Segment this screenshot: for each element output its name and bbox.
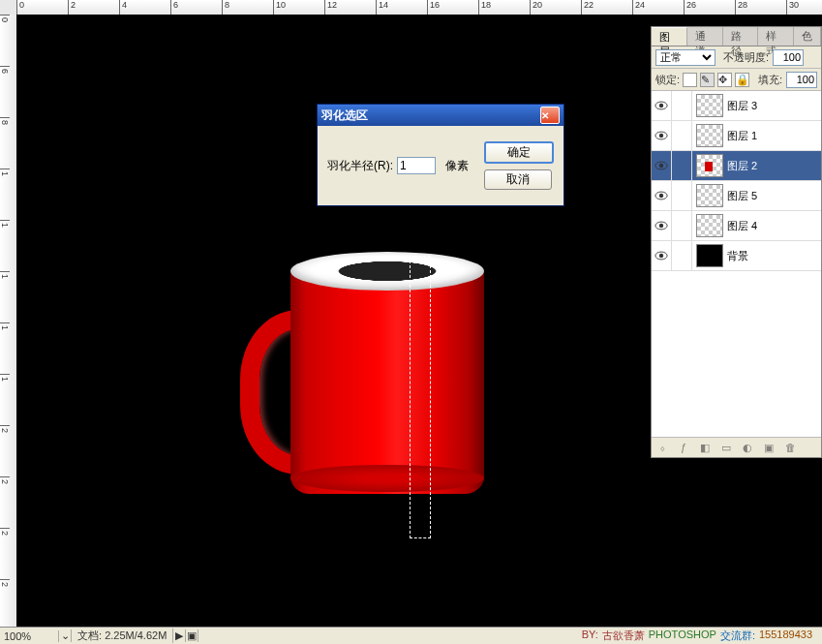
credit-text: BY: 古欲香萧 PHOTOSHOP 交流群: 155189433 — [582, 629, 822, 643]
layer-name[interactable]: 图层 2 — [727, 159, 821, 173]
layer-row[interactable]: 图层 5 — [652, 181, 821, 211]
adjustment-layer-icon[interactable]: ◐ — [741, 441, 754, 454]
dialog-titlebar[interactable]: 羽化选区 ✕ — [318, 105, 563, 126]
fill-input[interactable] — [786, 72, 817, 88]
doc-size[interactable]: 文档: 2.25M/4.62M — [72, 629, 173, 643]
svg-point-11 — [659, 254, 663, 258]
layer-thumbnail[interactable] — [696, 94, 723, 117]
lock-pixels-icon[interactable]: ✎ — [700, 73, 715, 87]
link-cell[interactable] — [672, 181, 692, 210]
credit-group: 交流群: — [720, 629, 755, 643]
vertical-ruler[interactable]: 068111112222 — [0, 15, 17, 628]
new-layer-icon[interactable]: ▣ — [762, 441, 776, 454]
visibility-toggle[interactable] — [652, 181, 672, 210]
dialog-close-button[interactable]: ✕ — [540, 107, 560, 124]
visibility-toggle[interactable] — [652, 241, 672, 270]
mug-bottom — [290, 465, 484, 492]
layer-name[interactable]: 图层 5 — [727, 189, 821, 203]
link-cell[interactable] — [672, 211, 692, 240]
selection-marquee[interactable] — [410, 256, 431, 538]
ruler-tick: 1 — [0, 322, 10, 374]
ruler-tick: 24 — [632, 0, 684, 15]
mug-rim — [290, 252, 484, 291]
layer-row[interactable]: 图层 2 — [652, 151, 821, 181]
visibility-toggle[interactable] — [652, 211, 672, 240]
lock-all-icon[interactable]: 🔒 — [735, 73, 749, 87]
lock-transparency-icon[interactable] — [683, 73, 697, 87]
zoom-menu-icon[interactable]: ⌄ — [59, 629, 72, 642]
layer-thumbnail[interactable] — [696, 244, 723, 267]
layers-list[interactable]: 图层 3图层 1图层 2图层 5图层 4背景 — [652, 91, 821, 437]
credit-qq: 155189433 — [759, 629, 812, 643]
svg-point-5 — [659, 164, 663, 168]
visibility-toggle[interactable] — [652, 91, 672, 120]
cancel-button[interactable]: 取消 — [484, 169, 552, 190]
doc-menu-icon-2[interactable]: ▣ — [186, 629, 198, 642]
link-layers-icon[interactable]: ⬨ — [655, 441, 669, 454]
ruler-tick: 1 — [0, 220, 10, 271]
link-cell[interactable] — [672, 241, 692, 270]
doc-value: 2.25M/4.62M — [105, 629, 167, 641]
layer-name[interactable]: 图层 1 — [727, 129, 821, 143]
ok-button[interactable]: 确定 — [484, 141, 554, 164]
ruler-tick: 26 — [684, 0, 735, 15]
doc-menu-icon[interactable]: ▶ — [173, 629, 186, 642]
delete-layer-icon[interactable]: 🗑 — [783, 441, 797, 454]
lock-label: 锁定: — [655, 73, 680, 87]
ruler-tick: 22 — [581, 0, 632, 15]
layer-name[interactable]: 图层 4 — [727, 219, 821, 233]
ruler-tick: 2 — [68, 0, 119, 15]
radius-label: 羽化半径(R): — [327, 158, 393, 174]
tab-路径[interactable]: 路径 — [723, 27, 759, 46]
svg-point-3 — [659, 134, 663, 138]
status-bar: 100% ⌄ 文档: 2.25M/4.62M ▶ ▣ BY: 古欲香萧 PHOT… — [0, 627, 822, 644]
opacity-label: 不透明度: — [723, 50, 769, 65]
panel-tabs: 图层通道路径样式色 — [652, 27, 821, 46]
layer-row[interactable]: 图层 1 — [652, 121, 821, 151]
radius-input[interactable] — [397, 157, 436, 174]
blend-mode-select[interactable]: 正常 — [655, 49, 715, 66]
layer-name[interactable]: 背景 — [727, 249, 821, 263]
layer-name[interactable]: 图层 3 — [727, 99, 821, 113]
layer-row[interactable]: 图层 4 — [652, 211, 821, 241]
feather-dialog: 羽化选区 ✕ 羽化半径(R): 像素 确定 取消 — [317, 104, 564, 206]
svg-point-7 — [659, 194, 663, 198]
ruler-tick: 1 — [0, 271, 10, 322]
lock-position-icon[interactable]: ✥ — [717, 73, 732, 87]
dialog-buttons: 确定 取消 — [484, 141, 554, 190]
ruler-tick: 12 — [324, 0, 376, 15]
new-group-icon[interactable]: ▭ — [719, 441, 733, 454]
tab-通道[interactable]: 通道 — [687, 27, 723, 46]
layer-thumbnail[interactable] — [696, 154, 723, 177]
layer-thumbnail[interactable] — [696, 214, 723, 237]
ruler-tick: 0 — [0, 15, 10, 66]
visibility-toggle[interactable] — [652, 151, 672, 180]
link-cell[interactable] — [672, 91, 692, 120]
ruler-tick: 6 — [170, 0, 222, 15]
blend-opacity-row: 正常 不透明度: — [652, 46, 821, 69]
ruler-tick: 2 — [0, 476, 10, 528]
tab-样式[interactable]: 样式 — [758, 27, 794, 46]
zoom-display[interactable]: 100% — [0, 630, 59, 642]
layer-thumbnail[interactable] — [696, 184, 723, 207]
tab-图层[interactable]: 图层 — [652, 27, 687, 46]
ruler-origin[interactable] — [0, 0, 17, 15]
visibility-toggle[interactable] — [652, 121, 672, 150]
ruler-tick: 1 — [0, 374, 10, 425]
lock-fill-row: 锁定: ✎ ✥ 🔒 填充: — [652, 69, 821, 91]
layer-mask-icon[interactable]: ◧ — [698, 441, 712, 454]
dialog-body: 羽化半径(R): 像素 确定 取消 — [318, 126, 563, 205]
mug-body — [290, 271, 484, 494]
ruler-tick: 16 — [427, 0, 478, 15]
layer-style-icon[interactable]: ƒ — [677, 441, 690, 454]
svg-point-9 — [659, 224, 663, 228]
layer-row[interactable]: 图层 3 — [652, 91, 821, 121]
link-cell[interactable] — [672, 121, 692, 150]
horizontal-ruler[interactable]: 024681012141618202224262830 — [16, 0, 822, 15]
credit-app: PHOTOSHOP — [649, 629, 716, 643]
layer-thumbnail[interactable] — [696, 124, 723, 147]
opacity-input[interactable] — [773, 49, 804, 66]
link-cell[interactable] — [672, 151, 692, 180]
tab-色[interactable]: 色 — [794, 27, 821, 46]
layer-row[interactable]: 背景 — [652, 241, 821, 271]
